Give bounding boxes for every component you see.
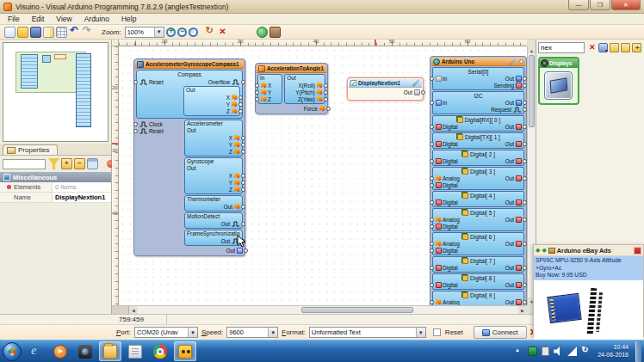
pin-reset[interactable]: Reset <box>133 127 164 134</box>
enabled-checkbox-icon[interactable]: ✓ <box>350 80 356 86</box>
pin-analog[interactable]: Analog <box>430 298 460 305</box>
media-player-button[interactable] <box>49 341 71 361</box>
filter-icon[interactable] <box>48 158 59 169</box>
ad-link-line1[interactable]: SPI/IIC MPU-9250 9-Axis Attitude +Gyro+A… <box>536 257 622 271</box>
pin-connector[interactable] <box>241 150 245 154</box>
pin-connector[interactable] <box>324 83 328 88</box>
pin-z[interactable]: Z <box>229 148 245 155</box>
folder-open-icon[interactable] <box>610 43 619 52</box>
collapse-all-icon[interactable] <box>74 158 85 169</box>
pin-reset[interactable]: Reset <box>133 78 164 85</box>
pin-out[interactable]: Out <box>505 281 527 288</box>
port-select[interactable]: COM20 (Unav ▼ <box>134 327 198 338</box>
horizontal-scroll-track[interactable] <box>138 306 518 314</box>
pin-connector[interactable] <box>430 224 434 229</box>
ad-link-line2[interactable]: Buy Now: 9.95 USD <box>536 272 586 278</box>
documents-button[interactable] <box>124 341 146 361</box>
pin-connector[interactable] <box>430 77 434 81</box>
design-canvas[interactable]: AccelerometerGyroscopeCompass1 Compass R… <box>119 46 527 305</box>
pin-connector[interactable] <box>430 266 434 270</box>
property-group-header[interactable]: Miscellaneous <box>0 172 111 182</box>
menu-arduino[interactable]: Arduino <box>78 15 115 23</box>
pin-out[interactable]: Out <box>505 264 527 271</box>
pin-digital[interactable]: Digital <box>430 247 458 254</box>
pin-analog[interactable]: Analog <box>430 240 460 247</box>
block-arduino-uno[interactable]: Arduino Uno Serial[0]InOutSendingI2CInOu… <box>430 56 527 305</box>
next-ad-icon[interactable]: ◆ <box>542 247 546 254</box>
component-search-input[interactable] <box>538 42 585 53</box>
property-row-name[interactable]: Name DisplayNextion1 <box>0 193 111 203</box>
tray-sync-icon[interactable] <box>581 347 591 356</box>
pin-x-roll[interactable]: X(Roll) <box>298 82 328 89</box>
categorized-icon[interactable] <box>87 158 98 169</box>
wrench-icon[interactable] <box>412 79 420 87</box>
pin-connector[interactable] <box>238 109 243 114</box>
pin-x[interactable]: X <box>226 94 243 101</box>
pin-out[interactable]: Out <box>505 123 527 130</box>
property-value[interactable]: DisplayNextion1 <box>52 193 111 202</box>
folder-closed-icon[interactable] <box>621 43 630 52</box>
pin-connector[interactable] <box>430 101 434 105</box>
display-nextion-component[interactable] <box>544 71 573 100</box>
save-icon[interactable] <box>30 27 41 38</box>
tray-expand-icon[interactable] <box>514 347 523 356</box>
category-displays[interactable]: Displays <box>538 57 579 105</box>
pin-z-yaw[interactable]: Z(Yaw) <box>298 95 328 102</box>
pin-digital[interactable]: Digital <box>430 123 458 130</box>
pin-out[interactable]: Out <box>221 220 245 227</box>
internet-explorer-button[interactable] <box>24 341 46 361</box>
block-accelerometer-gyroscope-compass[interactable]: AccelerometerGyroscopeCompass1 Compass R… <box>133 58 245 256</box>
open-icon[interactable] <box>17 27 28 38</box>
pin-connector[interactable] <box>133 129 138 133</box>
category-header[interactable]: Displays <box>540 58 578 68</box>
ad-link[interactable]: SPI/IIC MPU-9250 9-Axis Attitude +Gyro+A… <box>534 256 643 280</box>
pin-connector[interactable] <box>241 143 245 147</box>
close-button[interactable]: ✕ <box>611 0 641 10</box>
pin-connector[interactable] <box>430 248 434 253</box>
upload-icon[interactable] <box>269 27 281 38</box>
pin-connector[interactable] <box>241 222 245 226</box>
pin-y[interactable]: Y <box>226 101 243 107</box>
block-acceleration-to-angle[interactable]: AccelerationToAngle1 In XYZ Out X(Roll)Y… <box>255 63 328 114</box>
pin-connector[interactable] <box>241 181 245 185</box>
pin-connector[interactable] <box>255 83 259 88</box>
pin-connector[interactable] <box>255 90 259 95</box>
tray-volume-icon[interactable] <box>554 347 563 356</box>
pin-y[interactable]: Y <box>229 141 245 148</box>
format-select[interactable]: Unformatted Text ▼ <box>309 327 426 338</box>
pin-out[interactable]: Out <box>505 199 527 206</box>
pin-digital[interactable]: Digital <box>430 157 458 164</box>
pin-out[interactable]: Out <box>505 175 527 181</box>
pin-in[interactable]: In <box>430 99 447 106</box>
pin-z[interactable]: Z <box>255 95 271 102</box>
pin-out[interactable]: Out <box>505 157 527 164</box>
new-sketch-icon[interactable] <box>4 27 15 38</box>
taskbar-clock[interactable]: 10:44 24-06-2016 <box>598 344 629 359</box>
menu-help[interactable]: Help <box>115 15 142 23</box>
file-explorer-button[interactable] <box>99 341 121 361</box>
connect-button[interactable]: Connect <box>474 326 527 339</box>
zoom-select[interactable]: 100% ▼ <box>125 27 164 38</box>
chevron-down-icon[interactable]: ▼ <box>188 328 197 337</box>
block-display-nextion[interactable]: ✓ DisplayNextion1 Out <box>347 77 424 101</box>
pin-connector[interactable] <box>430 176 434 181</box>
pin-connector[interactable] <box>133 80 138 84</box>
pin-analog[interactable]: Analog <box>430 216 460 223</box>
delete-icon[interactable] <box>218 27 229 38</box>
pin-digital[interactable]: Digital <box>430 140 458 147</box>
pin-connector[interactable] <box>326 107 331 111</box>
vertical-scroll-thumb[interactable] <box>529 55 535 127</box>
pin-connector[interactable] <box>238 95 243 100</box>
pin-connector[interactable] <box>241 136 245 140</box>
pin-connector[interactable] <box>430 300 434 304</box>
start-button[interactable] <box>3 342 22 361</box>
speed-select[interactable]: 9600 ▼ <box>226 327 278 338</box>
pin-digital[interactable]: Digital <box>430 281 458 288</box>
minimize-button[interactable]: — <box>568 0 589 10</box>
pin-connector[interactable] <box>430 242 434 246</box>
refresh-icon[interactable] <box>205 27 216 38</box>
horizontal-scroll-thumb[interactable] <box>301 307 413 313</box>
pin-connector[interactable] <box>244 248 248 253</box>
pin-out[interactable]: Out <box>224 203 245 210</box>
reset-checkbox[interactable] <box>433 328 441 336</box>
